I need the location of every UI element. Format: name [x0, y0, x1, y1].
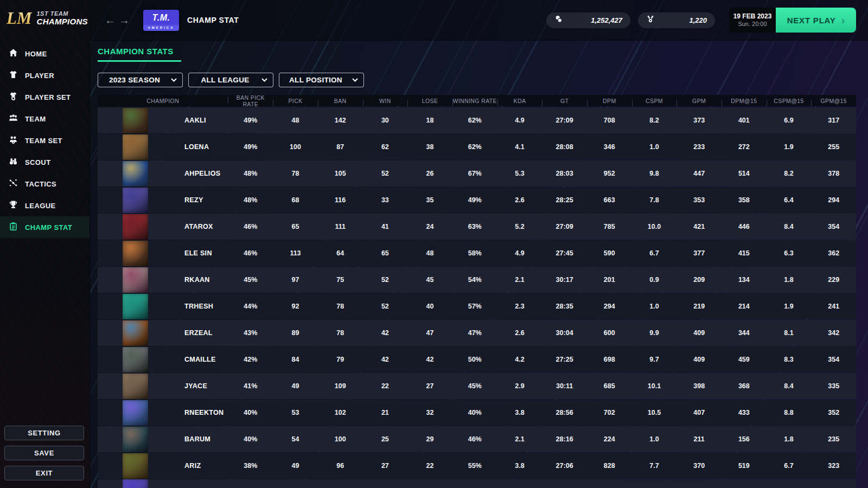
- stat-cell: 294: [811, 196, 856, 204]
- table-row[interactable]: CMAILLE 42%8479424250%4.227:256989.74094…: [98, 346, 856, 373]
- column-header[interactable]: BAN: [318, 98, 363, 104]
- content-area: CHAMPION STATS 2023 SEASON ALL LEAGUE AL…: [90, 41, 868, 488]
- top-bar: ← → T.M. AMERICA CHAMP STAT 1,252,427 1,…: [90, 0, 868, 41]
- stat-cell: 1.8: [767, 276, 812, 284]
- stat-cell: 46%: [228, 223, 273, 230]
- champion-stats-table: CHAMPIONBAN PICK RATEPICKBANWINLOSEWINNI…: [98, 95, 856, 488]
- column-header[interactable]: WINNING RATE: [452, 98, 497, 104]
- column-header[interactable]: GPM@15: [811, 98, 856, 104]
- table-row[interactable]: BARUM 40%54100252946%2.128:162241.021115…: [98, 426, 856, 452]
- column-header[interactable]: CHAMPION: [98, 98, 228, 104]
- league-filter-dropdown[interactable]: ALL LEAGUE: [188, 73, 273, 87]
- table-row[interactable]: AAKLI 49%48142301862%4.927:097088.237340…: [98, 107, 856, 133]
- column-header[interactable]: BAN PICK RATE: [228, 95, 273, 107]
- stat-cell: 78: [318, 329, 363, 337]
- stat-cell: 27:06: [542, 462, 587, 470]
- champion-avatar: [123, 214, 148, 240]
- column-header[interactable]: PICK: [273, 98, 318, 104]
- column-header[interactable]: CSPM@15: [767, 98, 812, 104]
- exit-button[interactable]: EXIT: [4, 466, 84, 480]
- champion-cell: [98, 479, 228, 488]
- table-row[interactable]: AHPELIOS 48%78105522667%5.328:039529.844…: [98, 160, 856, 187]
- column-header[interactable]: DPM@15: [722, 98, 767, 104]
- stat-cell: 378: [811, 170, 856, 177]
- stat-cell: 241: [811, 303, 856, 310]
- table-body: AAKLI 49%48142301862%4.927:097088.237340…: [98, 107, 856, 479]
- stat-cell: 8.2: [632, 117, 677, 124]
- table-row[interactable]: LOENA 49%10087623862%4.128:083461.023327…: [98, 134, 856, 160]
- column-header[interactable]: KDA: [497, 98, 542, 104]
- tab-champion-stats[interactable]: CHAMPION STATS: [98, 47, 181, 62]
- stat-cell: 447: [676, 170, 722, 177]
- sidebar-item-label: CHAMP STAT: [25, 223, 72, 232]
- table-row[interactable]: ERZEAL 43%8978424747%2.630:046009.940934…: [98, 320, 856, 346]
- chevron-down-icon: [171, 78, 177, 82]
- sidebar-item-league[interactable]: LEAGUE: [0, 195, 90, 216]
- position-filter-value: ALL POSITION: [279, 76, 352, 84]
- stat-cell: 27: [363, 462, 408, 470]
- sidebar-item-champ-stat[interactable]: CHAMP STAT: [0, 216, 90, 238]
- column-header[interactable]: GPM: [676, 98, 722, 104]
- table-row[interactable]: ARIZ 38%4996272255%3.827:068287.73705196…: [98, 453, 856, 479]
- table-row[interactable]: RKAAN 45%9775524554%2.130:172010.9209134…: [98, 267, 856, 293]
- stat-cell: 9.9: [632, 329, 677, 337]
- table-row[interactable]: ELE SIN 46%11364654858%4.927:455906.7377…: [98, 240, 856, 266]
- sidebar-item-team[interactable]: TEAM: [0, 108, 90, 130]
- season-filter-dropdown[interactable]: 2023 SEASON: [98, 73, 183, 87]
- champion-avatar: [123, 241, 148, 266]
- forward-arrow-icon[interactable]: →: [117, 14, 131, 27]
- column-header[interactable]: CSPM: [632, 98, 677, 104]
- stat-cell: 409: [676, 329, 722, 337]
- stat-cell: 1.0: [632, 435, 677, 443]
- stat-cell: 156: [722, 435, 767, 443]
- partial-table-row[interactable]: [98, 479, 856, 488]
- sidebar-item-player[interactable]: PLAYER: [0, 65, 90, 86]
- column-header[interactable]: WIN: [363, 98, 408, 104]
- table-row[interactable]: ATAROX 46%65111412463%5.227:0978510.0421…: [98, 214, 856, 240]
- stat-cell: 102: [318, 409, 363, 416]
- stat-cell: 54%: [452, 276, 497, 284]
- stat-cell: 4.9: [497, 249, 542, 257]
- stat-cell: 1.0: [632, 143, 677, 151]
- sidebar-item-scout[interactable]: SCOUT: [0, 151, 90, 173]
- sidebar-item-home[interactable]: HOME: [0, 43, 90, 65]
- table-row[interactable]: TRHESH 44%9278524057%2.328:352941.021921…: [98, 293, 856, 319]
- stat-cell: 785: [587, 223, 632, 230]
- setting-button[interactable]: SETTING: [4, 426, 84, 440]
- champion-avatar: [123, 374, 148, 399]
- champion-name: REZY: [184, 196, 203, 204]
- stat-cell: 40%: [228, 409, 273, 416]
- stat-cell: 2.9: [497, 382, 542, 390]
- stat-cell: 459: [722, 356, 767, 363]
- champion-name: JYACE: [184, 382, 207, 390]
- sidebar-item-player-set[interactable]: PLAYER SET: [0, 86, 90, 108]
- stat-cell: 354: [811, 356, 856, 363]
- column-header[interactable]: DPM: [587, 98, 632, 104]
- stat-cell: 409: [676, 356, 722, 363]
- stat-cell: 42: [407, 356, 452, 363]
- stat-cell: 27: [407, 382, 452, 390]
- stat-cell: 48%: [228, 196, 273, 204]
- sidebar-item-tactics[interactable]: TACTICS: [0, 173, 90, 195]
- table-row[interactable]: JYACE 41%49109222745%2.930:1168510.13983…: [98, 373, 856, 399]
- next-play-button[interactable]: NEXT PLAY ›: [776, 8, 856, 33]
- save-button[interactable]: SAVE: [4, 446, 84, 460]
- champion-name: RNEEKTON: [184, 409, 224, 416]
- column-header[interactable]: GT: [542, 98, 587, 104]
- back-arrow-icon[interactable]: ←: [103, 14, 117, 27]
- stat-cell: 219: [676, 303, 722, 310]
- table-row[interactable]: REZY 48%68116333549%2.628:256637.8353358…: [98, 187, 856, 213]
- stat-cell: 24: [407, 223, 452, 230]
- champion-cell: CMAILLE: [98, 346, 228, 373]
- stat-cell: 96: [318, 462, 363, 470]
- stat-cell: 519: [722, 462, 767, 470]
- champion-avatar: [123, 347, 148, 373]
- logo-title: 1ST TEAM CHAMPIONS: [37, 10, 88, 27]
- stat-cell: 2.1: [497, 435, 542, 443]
- column-header[interactable]: LOSE: [407, 98, 452, 104]
- stat-cell: 92: [273, 303, 318, 310]
- sidebar-item-team-set[interactable]: TEAM SET: [0, 130, 90, 151]
- table-row[interactable]: RNEEKTON 40%53102213240%3.828:5670210.54…: [98, 400, 856, 426]
- chevron-down-icon: [261, 78, 267, 82]
- position-filter-dropdown[interactable]: ALL POSITION: [279, 73, 364, 87]
